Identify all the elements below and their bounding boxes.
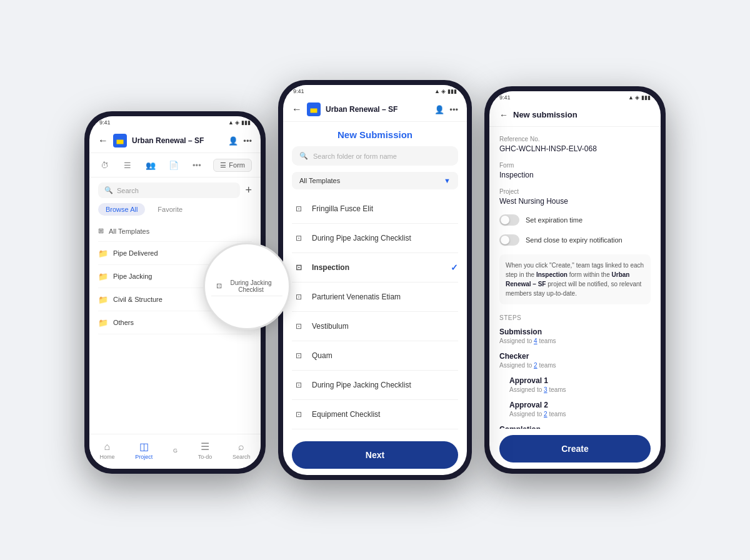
svg-marker-1	[116, 137, 124, 139]
phone-3-title: New submission	[513, 110, 578, 119]
phone-3-ref-label: Reference No.	[499, 136, 651, 142]
form-item-parturient[interactable]: ⊡ Parturient Venenatis Etiam	[292, 282, 458, 312]
bottom-nav-home[interactable]: ⌂ Home	[99, 441, 114, 460]
phone-1-tab-browse-all[interactable]: Browse All	[98, 203, 145, 216]
phone-1-tool-3[interactable]: 👥	[144, 157, 158, 173]
phone-1-more-icon[interactable]: •••	[243, 136, 252, 146]
form-item-pipe-jacking-2[interactable]: ⊡ During Pipe Jacking Checklist	[292, 371, 458, 400]
phone-3-form-label: Form	[499, 162, 651, 169]
phone-1-form-button[interactable]: ☰ Form	[213, 159, 252, 172]
all-templates-icon: ⊞	[98, 227, 104, 235]
phone-2-back-icon[interactable]: ←	[292, 104, 302, 115]
step-approval2: Approval 2 Assigned to 2 teams	[509, 401, 651, 418]
bottom-nav-center[interactable]: G	[173, 448, 178, 454]
scene: 9:41 ▲ ◈ ▮▮▮ ← Urban Renewal – SF 👤 •••	[0, 0, 750, 560]
form-icon-2: ⊡	[292, 231, 306, 245]
form-icon-7: ⊡	[292, 378, 306, 392]
phone-2: 9:41 ▲ ◈ ▮▮▮ ← Urban Renewal – SF 👤 •••	[278, 80, 472, 480]
project-icon: ◫	[139, 441, 149, 452]
phone-2-screen: 9:41 ▲ ◈ ▮▮▮ ← Urban Renewal – SF 👤 •••	[283, 85, 467, 475]
form-item-fringilla[interactable]: ⊡ Fringilla Fusce Elit	[292, 194, 458, 224]
form-item-permit[interactable]: ⊡ Permit	[292, 429, 458, 435]
bottom-nav-search[interactable]: ⌕ Search	[232, 441, 251, 460]
phone-2-top-nav: ← Urban Renewal – SF 👤 •••	[283, 98, 467, 122]
phone-2-more-icon[interactable]: •••	[449, 105, 458, 114]
phone-3-project-field: Project West Nursing House	[499, 188, 651, 206]
svg-rect-0	[116, 139, 124, 144]
phone-1-tab-favorite[interactable]: Favorite	[150, 203, 190, 216]
svg-marker-3	[310, 106, 318, 108]
phone-2-next-button[interactable]: Next	[292, 441, 458, 469]
bottom-nav-project[interactable]: ◫ Project	[135, 441, 152, 460]
phone-2-search[interactable]: 🔍 Search folder or form name	[292, 146, 458, 166]
approval1-teams-link[interactable]: 3	[544, 386, 548, 393]
list-item-all-templates[interactable]: ⊞ All Templates	[98, 221, 252, 242]
phone-1-search-box[interactable]: 🔍 Search	[98, 182, 240, 198]
form-icon-3: ⊡	[292, 261, 306, 274]
phone-1-nav-icons: 👤 •••	[228, 136, 252, 146]
bottom-nav-todo[interactable]: ☰ To-do	[198, 441, 212, 460]
step-completion: Completion Assigned to 4 teams	[499, 425, 651, 429]
folder-icon-2: 📁	[98, 272, 108, 281]
phone-1-tool-2[interactable]: ☰	[121, 157, 134, 173]
phone-3-ref-field: Reference No. GHC-WCLNH-INSP-ELV-068	[499, 136, 651, 153]
todo-icon: ☰	[201, 441, 209, 452]
form-icon-8: ⊡	[292, 408, 306, 421]
step-submission: Submission Assigned to 4 teams	[499, 328, 651, 344]
svg-rect-2	[310, 108, 318, 113]
search-icon: ⌕	[238, 441, 244, 452]
phone-1-user-icon[interactable]: 👤	[228, 136, 238, 146]
phone-2-title: New Submission	[283, 122, 467, 146]
phone-1-back-icon[interactable]: ←	[98, 135, 108, 146]
phone-3-send-close-label: Send close to expiry notification	[526, 236, 622, 244]
center-button[interactable]: G	[173, 448, 178, 454]
phone-3-create-button[interactable]: Create	[499, 435, 651, 462]
phone-1-bottom-nav: ⌂ Home ◫ Project G ☰ To-do ⌕ Search	[89, 434, 261, 469]
phone-2-form-list: ⊡ Fringilla Fusce Elit ⊡ During Pipe Jac…	[283, 194, 467, 435]
phone-3-send-close-toggle-row: Send close to expiry notification	[499, 234, 651, 246]
phone-1-project-logo	[113, 134, 127, 148]
form-item-vestibulum[interactable]: ⊡ Vestibulum	[292, 312, 458, 341]
approval2-teams-link[interactable]: 2	[544, 411, 548, 418]
phone-2-nav-icons: 👤 •••	[434, 105, 458, 114]
phone-3-steps-heading: STEPS	[499, 314, 651, 321]
form-icon-1: ⊡	[292, 202, 306, 216]
phone-1-top-nav: ← Urban Renewal – SF 👤 •••	[89, 129, 261, 153]
form-item-pipe-jacking[interactable]: ⊡ During Pipe Jacking Checklist	[292, 224, 458, 253]
phone-3-screen: 9:41 ▲ ◈ ▮▮▮ ← New submission Reference …	[489, 91, 661, 469]
phone-1-tool-1[interactable]: ⏱	[98, 157, 111, 173]
phone-2-filter[interactable]: All Templates ▼	[292, 172, 458, 189]
form-item-equipment[interactable]: ⊡ Equipment Checklist	[292, 400, 458, 429]
phone-1-tool-4[interactable]: 📄	[168, 157, 181, 173]
submission-teams-link[interactable]: 4	[534, 338, 538, 344]
phone-3-expiration-toggle[interactable]	[499, 214, 519, 226]
phone-1-add-icon[interactable]: +	[245, 184, 252, 197]
form-item-quam[interactable]: ⊡ Quam	[292, 341, 458, 371]
form-icon-5: ⊡	[292, 319, 306, 333]
phone-1-toolbar: ⏱ ☰ 👥 📄 ••• ☰ Form	[89, 153, 261, 178]
folder-icon-4: 📁	[98, 318, 108, 328]
phone-2-project-name: Urban Renewal – SF	[326, 105, 429, 114]
phone-3-content: Reference No. GHC-WCLNH-INSP-ELV-068 For…	[489, 127, 661, 429]
phone-2-status-bar: 9:41 ▲ ◈ ▮▮▮	[283, 85, 467, 98]
phone-3-status-bar: 9:41 ▲ ◈ ▮▮▮	[489, 91, 661, 104]
phone-3-expiration-toggle-row: Set expiration time	[499, 214, 651, 226]
step-approval1: Approval 1 Assigned to 3 teams	[509, 376, 651, 393]
phone-3-expiration-label: Set expiration time	[526, 216, 582, 224]
phone-2-user-icon[interactable]: 👤	[434, 105, 444, 114]
phone-2-project-logo	[307, 102, 321, 116]
check-icon: ✓	[451, 262, 458, 272]
phone-3-back-icon[interactable]: ←	[499, 110, 508, 120]
phone-1-project-name: Urban Renewal – SF	[132, 136, 223, 145]
phone-3-form-value: Inspection	[499, 171, 651, 179]
phone-3-send-close-toggle[interactable]	[499, 234, 519, 246]
phone-3-back-row: ← New submission	[489, 104, 661, 127]
phone-3-project-value: West Nursing House	[499, 197, 651, 206]
step-checker: Checker Assigned to 2 teams	[499, 352, 651, 369]
form-icon-4: ⊡	[292, 290, 306, 304]
phone-2-search-icon: 🔍	[299, 152, 308, 160]
phone-3-info-text: When you click "Create," team tags linke…	[499, 254, 651, 304]
checker-teams-link[interactable]: 2	[534, 362, 538, 369]
form-item-inspection[interactable]: ⊡ Inspection ✓	[292, 253, 458, 282]
phone-1-tool-5[interactable]: •••	[190, 157, 203, 173]
